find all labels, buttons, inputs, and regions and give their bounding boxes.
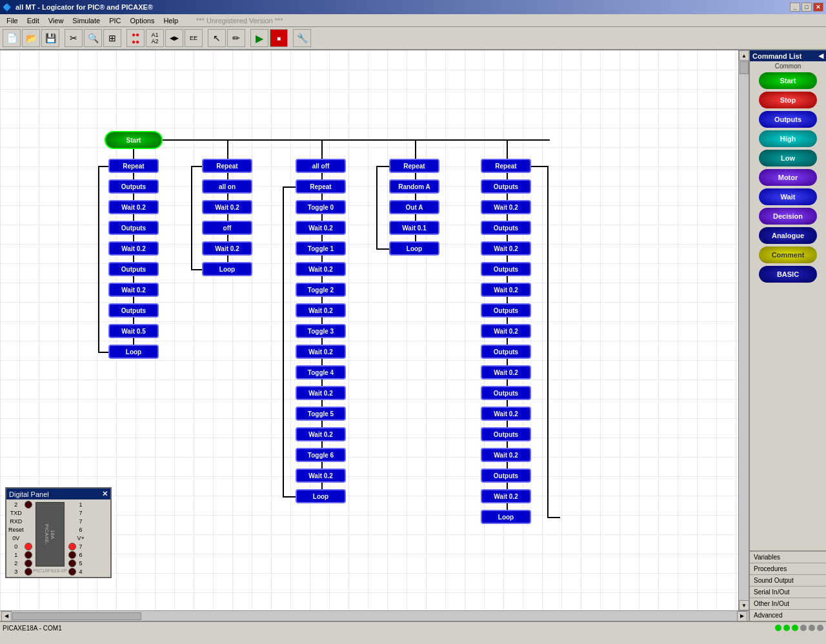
node-loop1[interactable]: Loop	[108, 345, 159, 359]
node-outputs7[interactable]: Outputs	[481, 262, 531, 276]
cmd-high[interactable]: High	[759, 130, 817, 147]
node-wait17[interactable]: Wait 0.2	[481, 283, 531, 297]
dp-led-l5[interactable]	[25, 543, 32, 550]
canvas-area[interactable]: Start Repeat Outputs Wait 0.2 Outputs Wa…	[0, 50, 738, 610]
menu-file[interactable]: File	[3, 15, 22, 26]
menu-edit[interactable]: Edit	[23, 15, 43, 26]
canvas-hscrollbar[interactable]: ◀ ▶	[0, 610, 749, 621]
pointer-button[interactable]: ↖	[208, 29, 226, 47]
node-wait8[interactable]: Wait 0.2	[296, 262, 346, 276]
node-wait22[interactable]: Wait 0.2	[481, 489, 531, 503]
tab-other-inout[interactable]: Other In/Out	[750, 598, 826, 609]
dp-led-r6[interactable]	[68, 551, 76, 559]
dp-led-l0[interactable]	[25, 501, 32, 508]
zoom-button[interactable]: 🔍	[84, 29, 102, 47]
cut-button[interactable]: ✂	[65, 29, 83, 47]
node-start[interactable]: Start	[105, 131, 163, 149]
node-repeat1[interactable]: Repeat	[108, 159, 159, 173]
menu-pic[interactable]: PIC	[105, 15, 125, 26]
node-toggle2[interactable]: Toggle 2	[296, 283, 346, 297]
node-wait13[interactable]: Wait 0.2	[296, 468, 346, 483]
grid-button[interactable]: ⊞	[103, 29, 121, 47]
chip-button[interactable]: A1A2	[146, 29, 164, 47]
cmd-stop[interactable]: Stop	[759, 92, 817, 108]
hscroll-thumb[interactable]	[12, 612, 141, 620]
save-button[interactable]: 💾	[41, 29, 59, 47]
vscroll-thumb[interactable]	[740, 61, 749, 74]
cmd-wait[interactable]: Wait	[759, 188, 817, 205]
dp-led-r8[interactable]	[68, 568, 76, 576]
cmd-start[interactable]: Start	[759, 72, 817, 89]
node-wait15[interactable]: Wait 0.2	[481, 200, 531, 214]
node-outa[interactable]: Out A	[389, 200, 439, 214]
node-toggle4[interactable]: Toggle 4	[296, 365, 346, 379]
node-off[interactable]: off	[202, 221, 252, 235]
node-wait10[interactable]: Wait 0.2	[296, 345, 346, 359]
node-loop5[interactable]: Loop	[481, 510, 531, 524]
cmd-motor[interactable]: Motor	[759, 169, 817, 186]
node-outputs5[interactable]: Outputs	[481, 179, 531, 194]
node-outputs10[interactable]: Outputs	[481, 386, 531, 400]
node-repeat3[interactable]: Repeat	[296, 179, 346, 194]
titlebar-controls[interactable]: _ □ ✕	[790, 3, 823, 12]
hscroll-track[interactable]	[12, 612, 737, 621]
menu-options[interactable]: Options	[126, 15, 159, 26]
dp-close-button[interactable]: ✕	[102, 490, 108, 498]
cmd-low[interactable]: Low	[759, 150, 817, 166]
node-wait1[interactable]: Wait 0.2	[108, 200, 159, 214]
node-wait5[interactable]: Wait 0.2	[202, 200, 252, 214]
page-nav-button[interactable]: ◀▶	[165, 29, 183, 47]
node-toggle1[interactable]: Toggle 1	[296, 241, 346, 256]
node-repeat4[interactable]: Repeat	[389, 159, 439, 173]
node-wait20[interactable]: Wait 0.2	[481, 407, 531, 421]
hscroll-right[interactable]: ▶	[737, 611, 747, 621]
tab-advanced[interactable]: Advanced	[750, 609, 826, 621]
node-outputs9[interactable]: Outputs	[481, 345, 531, 359]
close-button[interactable]: ✕	[813, 3, 823, 12]
node-wait16[interactable]: Wait 0.2	[481, 241, 531, 256]
pencil-button[interactable]: ✏	[227, 29, 245, 47]
minimize-button[interactable]: _	[790, 3, 800, 12]
maximize-button[interactable]: □	[801, 3, 812, 12]
node-outputs11[interactable]: Outputs	[481, 427, 531, 441]
node-outputs2[interactable]: Outputs	[108, 221, 159, 235]
vscroll-track[interactable]	[739, 61, 749, 600]
cmd-outputs[interactable]: Outputs	[759, 111, 817, 128]
node-wait19[interactable]: Wait 0.2	[481, 365, 531, 379]
magic-button[interactable]: 🔧	[293, 29, 311, 47]
node-wait2[interactable]: Wait 0.2	[108, 241, 159, 256]
node-wait21[interactable]: Wait 0.2	[481, 448, 531, 462]
node-outputs8[interactable]: Outputs	[481, 303, 531, 317]
node-loop2[interactable]: Loop	[202, 262, 252, 276]
stop-sim-button[interactable]: ■	[270, 29, 288, 47]
hscroll-left[interactable]: ◀	[1, 611, 12, 621]
node-outputs6[interactable]: Outputs	[481, 221, 531, 235]
iopins-button[interactable]: ●●●●	[126, 29, 145, 47]
node-wait12[interactable]: Wait 0.2	[296, 427, 346, 441]
node-toggle3[interactable]: Toggle 3	[296, 324, 346, 338]
tab-variables[interactable]: Variables	[750, 551, 826, 563]
dp-led-r5[interactable]	[68, 543, 76, 550]
run-button[interactable]: ▶	[250, 29, 268, 47]
node-alloff[interactable]: all off	[296, 159, 346, 173]
vscroll-down[interactable]: ▼	[739, 600, 749, 610]
node-outputs1[interactable]: Outputs	[108, 179, 159, 194]
node-wait9[interactable]: Wait 0.2	[296, 303, 346, 317]
dp-led-l6[interactable]	[25, 551, 32, 559]
cmd-analogue[interactable]: Analogue	[759, 227, 817, 244]
dp-led-l7[interactable]	[25, 559, 32, 567]
dp-led-l8[interactable]	[25, 568, 32, 576]
node-wait14[interactable]: Wait 0.1	[389, 221, 439, 235]
node-wait7[interactable]: Wait 0.2	[296, 221, 346, 235]
tab-procedures[interactable]: Procedures	[750, 563, 826, 574]
menu-simulate[interactable]: Simulate	[68, 15, 104, 26]
cmd-comment[interactable]: Comment	[759, 247, 817, 263]
menu-help[interactable]: Help	[159, 15, 182, 26]
node-toggle5[interactable]: Toggle 5	[296, 407, 346, 421]
command-list-expand[interactable]: ◀	[818, 52, 823, 60]
node-wait3[interactable]: Wait 0.2	[108, 283, 159, 297]
cmd-decision[interactable]: Decision	[759, 208, 817, 225]
node-allon[interactable]: all on	[202, 179, 252, 194]
node-toggle0[interactable]: Toggle 0	[296, 200, 346, 214]
node-wait11[interactable]: Wait 0.2	[296, 386, 346, 400]
